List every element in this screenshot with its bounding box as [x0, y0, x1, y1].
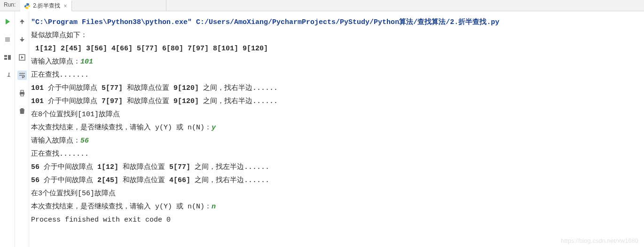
console-line: 在3个位置找到[56]故障点 — [31, 187, 641, 200]
console-line: 56 介于中间故障点 1[12] 和故障点位置 5[77] 之间，找左半边...… — [31, 161, 641, 174]
divider — [166, 0, 166, 11]
run-toolbar-header: Run: 2.折半查找 × — [0, 0, 644, 11]
console-line: 请输入故障点：56 — [31, 135, 641, 148]
svg-rect-8 — [21, 90, 24, 92]
svg-rect-2 — [4, 58, 7, 60]
console-line: 101 介于中间故障点 5[77] 和故障点位置 9[120] 之间，找右半边.… — [31, 82, 641, 95]
trash-icon[interactable] — [17, 106, 27, 116]
print-icon[interactable] — [17, 88, 27, 98]
arrow-up-icon[interactable] — [17, 17, 27, 26]
layout-icon[interactable] — [3, 53, 12, 62]
restart-icon[interactable] — [17, 53, 27, 62]
run-tab-title: 2.折半查找 — [33, 2, 60, 10]
run-label: Run: — [0, 0, 20, 11]
run-icon[interactable] — [3, 17, 12, 26]
console-line: 本次查找结束，是否继续查找，请输入 y(Y) 或 n(N)：n — [31, 200, 641, 214]
run-action-gutter — [0, 11, 15, 247]
svg-rect-0 — [5, 37, 10, 42]
close-icon[interactable]: × — [63, 3, 68, 9]
wrap-icon[interactable] — [17, 71, 27, 80]
svg-rect-5 — [22, 37, 23, 40]
arrow-down-icon[interactable] — [17, 35, 27, 44]
command-line: "C:\Program Files\Python38\python.exe" C… — [31, 16, 641, 29]
run-tab[interactable]: 2.折半查找 × — [20, 0, 72, 11]
console-line: 1[12] 2[45] 3[56] 4[66] 5[77] 6[80] 7[97… — [31, 42, 641, 56]
svg-rect-4 — [22, 22, 23, 24]
run-panel-body: "C:\Program Files\Python38\python.exe" C… — [0, 11, 644, 247]
console-line: 疑似故障点如下： — [31, 29, 641, 42]
console-action-gutter — [15, 11, 29, 247]
console-line: 正在查找....... — [31, 148, 641, 161]
console-line: 正在查找....... — [31, 69, 641, 82]
console-line: Process finished with exit code 0 — [31, 214, 641, 227]
svg-rect-3 — [8, 55, 11, 60]
stop-icon[interactable] — [3, 35, 12, 44]
console-line: 56 介于中间故障点 2[45] 和故障点位置 4[66] 之间，找右半边...… — [31, 174, 641, 187]
python-file-icon — [24, 3, 31, 9]
console-line: 本次查找结束，是否继续查找，请输入 y(Y) 或 n(N)：y — [31, 121, 641, 135]
console-line: 请输入故障点：101 — [31, 56, 641, 69]
console-line: 101 介于中间故障点 7[97] 和故障点位置 9[120] 之间，找右半边.… — [31, 95, 641, 108]
svg-rect-1 — [4, 55, 7, 57]
svg-rect-9 — [21, 94, 24, 96]
console-output[interactable]: "C:\Program Files\Python38\python.exe" C… — [29, 11, 644, 247]
console-line: 在8个位置找到[101]故障点 — [31, 108, 641, 121]
pin-icon[interactable] — [3, 71, 12, 80]
